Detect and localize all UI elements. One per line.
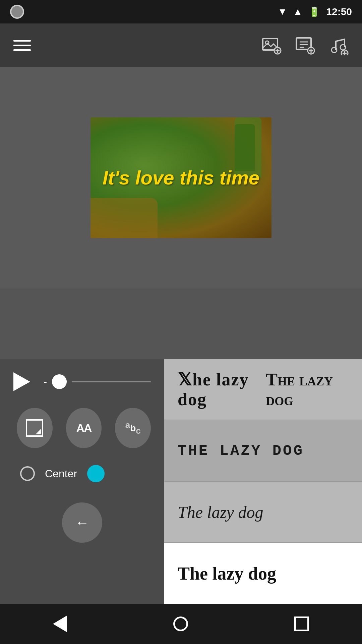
battery-icon: 🔋 xyxy=(308,6,320,17)
back-btn-row: ← xyxy=(13,502,151,543)
teal-toggle[interactable] xyxy=(87,465,105,482)
signal-icon: ▲ xyxy=(293,6,303,17)
nav-bar xyxy=(0,604,362,644)
nav-back-icon xyxy=(53,615,67,632)
nav-recents-icon xyxy=(294,616,309,631)
menu-button[interactable] xyxy=(13,40,31,51)
font-list: 𝕏he lazy dog The lazy dog THE LAZY DOG T… xyxy=(164,359,362,604)
video-preview: It's love this time xyxy=(90,117,272,238)
font-sample-gothic: 𝕏he lazy dog xyxy=(178,369,266,409)
scrubber-track[interactable] xyxy=(72,381,151,382)
play-button[interactable] xyxy=(13,372,30,391)
wifi-icon: ▼ xyxy=(278,6,287,17)
text-size-button[interactable]: AA xyxy=(66,408,102,448)
font-item-caps[interactable]: THE LAZY DOG xyxy=(164,420,362,482)
resize-button[interactable] xyxy=(17,408,53,448)
tool-buttons-row: AA abc xyxy=(17,408,151,448)
font-item-bold[interactable]: The lazy dog xyxy=(164,543,362,604)
scrubber-handle[interactable] xyxy=(52,374,67,389)
alignment-row: Center xyxy=(20,465,151,482)
center-label: Center xyxy=(45,468,77,480)
scrubber-dash: - xyxy=(44,376,47,387)
status-bar: ▼ ▲ 🔋 12:50 xyxy=(0,0,362,23)
font-item-gothic[interactable]: 𝕏he lazy dog The lazy dog xyxy=(164,359,362,420)
back-arrow-icon: ← xyxy=(75,515,89,531)
resize-icon xyxy=(26,419,43,437)
text-size-icon: AA xyxy=(76,422,91,435)
status-dot xyxy=(10,5,24,19)
add-music-button[interactable] xyxy=(328,35,349,55)
status-right: ▼ ▲ 🔋 12:50 xyxy=(278,6,352,17)
back-button[interactable]: ← xyxy=(62,502,102,543)
bottom-panel: - AA abc Center xyxy=(0,359,362,604)
font-style-icon: abc xyxy=(125,420,141,436)
font-style-button[interactable]: abc xyxy=(115,408,151,448)
nav-recents-button[interactable] xyxy=(294,616,309,631)
font-sample-caps: THE LAZY DOG xyxy=(178,442,304,459)
status-indicator xyxy=(10,5,24,19)
nav-back-button[interactable] xyxy=(53,615,67,632)
toolbar-actions xyxy=(261,35,349,55)
playback-row: - xyxy=(13,372,151,391)
menu-line-1 xyxy=(13,40,31,42)
font-sample-gothic-text: The lazy dog xyxy=(266,370,349,409)
font-sample-bold: The lazy dog xyxy=(178,563,276,584)
nav-home-button[interactable] xyxy=(173,616,188,631)
menu-line-2 xyxy=(13,45,31,46)
font-sample-italic: The lazy dog xyxy=(178,502,263,522)
scrubber-container: - xyxy=(44,374,151,389)
main-toolbar xyxy=(0,23,362,67)
center-radio[interactable] xyxy=(20,466,35,481)
time-display: 12:50 xyxy=(326,6,352,17)
nav-home-icon xyxy=(173,616,188,631)
video-overlay-text: It's love this time xyxy=(100,167,262,189)
menu-line-3 xyxy=(13,49,31,51)
left-controls: - AA abc Center xyxy=(0,359,164,604)
preview-area: It's love this time xyxy=(0,67,362,288)
add-caption-button[interactable] xyxy=(295,35,315,55)
font-item-italic[interactable]: The lazy dog xyxy=(164,482,362,543)
add-image-button[interactable] xyxy=(261,35,282,55)
